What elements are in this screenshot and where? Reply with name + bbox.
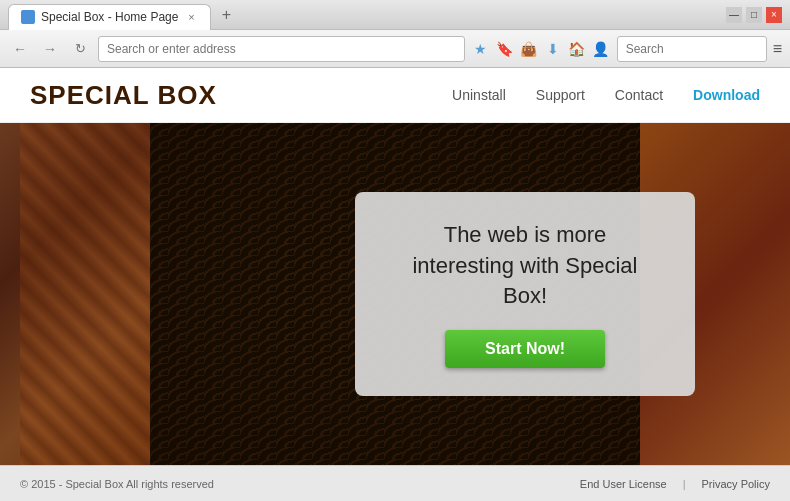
- site-footer: © 2015 - Special Box All rights reserved…: [0, 465, 790, 501]
- address-bar[interactable]: [98, 36, 465, 62]
- nav-download[interactable]: Download: [693, 87, 760, 103]
- tab-favicon: [21, 10, 35, 24]
- nav-uninstall[interactable]: Uninstall: [452, 87, 506, 103]
- footer-copyright: © 2015 - Special Box All rights reserved: [20, 478, 580, 490]
- nav-icons: ★ 🔖 👜 ⬇ 🏠 👤: [471, 39, 611, 59]
- callout-heading: The web is more interesting with Special…: [391, 220, 659, 312]
- back-button[interactable]: ←: [8, 37, 32, 61]
- nav-contact[interactable]: Contact: [615, 87, 663, 103]
- bookmark-icon[interactable]: 🔖: [495, 39, 515, 59]
- home-icon[interactable]: 🏠: [567, 39, 587, 59]
- navigation-bar: ← → ↻ ★ 🔖 👜 ⬇ 🏠 👤 ≡: [0, 30, 790, 68]
- profile-icon[interactable]: 👤: [591, 39, 611, 59]
- pocket-icon[interactable]: 👜: [519, 39, 539, 59]
- tab-close-button[interactable]: ×: [184, 10, 198, 24]
- new-tab-button[interactable]: +: [215, 4, 237, 26]
- forward-icon: →: [43, 41, 57, 57]
- maximize-button[interactable]: □: [746, 7, 762, 23]
- carve-left: [20, 123, 150, 465]
- footer-link-privacy[interactable]: Privacy Policy: [702, 478, 770, 490]
- back-icon: ←: [13, 41, 27, 57]
- browser-tab[interactable]: Special Box - Home Page ×: [8, 4, 211, 30]
- browser-window: Special Box - Home Page × + — □ × ← → ↻ …: [0, 0, 790, 501]
- footer-links: End User License | Privacy Policy: [580, 478, 770, 490]
- nav-support[interactable]: Support: [536, 87, 585, 103]
- search-input[interactable]: [617, 36, 767, 62]
- site-logo: SPECIAL BOX: [30, 80, 452, 111]
- footer-link-eula[interactable]: End User License: [580, 478, 667, 490]
- download-icon[interactable]: ⬇: [543, 39, 563, 59]
- site-nav: Uninstall Support Contact Download: [452, 87, 760, 103]
- window-controls: — □ ×: [726, 7, 782, 23]
- website-content: SPECIAL BOX Uninstall Support Contact Do…: [0, 68, 790, 501]
- hero-callout: The web is more interesting with Special…: [355, 192, 695, 396]
- minimize-button[interactable]: —: [726, 7, 742, 23]
- tab-title: Special Box - Home Page: [41, 10, 178, 24]
- title-bar: Special Box - Home Page × + — □ ×: [0, 0, 790, 30]
- footer-separator: |: [683, 478, 686, 490]
- site-header: SPECIAL BOX Uninstall Support Contact Do…: [0, 68, 790, 123]
- refresh-icon: ↻: [75, 41, 86, 56]
- hero-section: The web is more interesting with Special…: [0, 123, 790, 465]
- refresh-button[interactable]: ↻: [68, 37, 92, 61]
- forward-button[interactable]: →: [38, 37, 62, 61]
- bookmark-star-icon[interactable]: ★: [471, 39, 491, 59]
- menu-button[interactable]: ≡: [773, 40, 782, 58]
- close-button[interactable]: ×: [766, 7, 782, 23]
- start-now-button[interactable]: Start Now!: [445, 330, 605, 368]
